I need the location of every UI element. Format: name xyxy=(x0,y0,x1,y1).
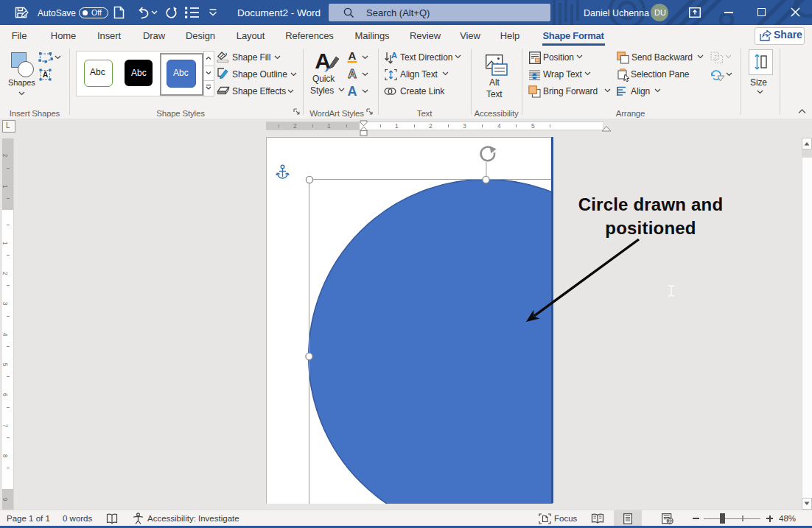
svg-text:A: A xyxy=(348,68,357,80)
svg-text:A: A xyxy=(391,52,397,60)
svg-text:A: A xyxy=(349,51,357,62)
svg-text:A: A xyxy=(348,84,357,98)
svg-text:A: A xyxy=(43,70,49,79)
